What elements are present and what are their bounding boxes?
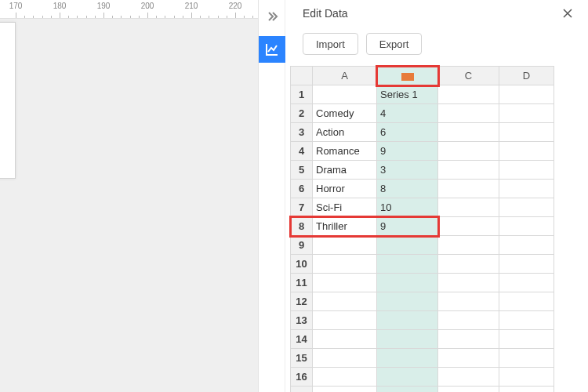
cell-A-11[interactable] — [313, 274, 377, 292]
table-row[interactable]: 15 — [291, 349, 554, 368]
row-header[interactable]: 5 — [291, 161, 313, 180]
export-button[interactable]: Export — [366, 33, 423, 55]
table-row[interactable]: 8Thriller9 — [291, 217, 554, 236]
cell-C-10[interactable] — [438, 255, 499, 274]
row-header[interactable]: 10 — [291, 255, 313, 274]
cell-D-8[interactable] — [499, 217, 554, 236]
cell-C-2[interactable] — [438, 104, 499, 123]
cell-D-13[interactable] — [499, 311, 554, 330]
chart-icon[interactable] — [259, 36, 285, 63]
import-button[interactable]: Import — [303, 33, 358, 55]
table-row[interactable]: 16 — [291, 368, 554, 387]
cell-D-6[interactable] — [499, 180, 554, 198]
row-header[interactable]: 15 — [291, 349, 313, 368]
cell-D-14[interactable] — [499, 330, 554, 349]
close-icon[interactable] — [558, 4, 577, 23]
table-row[interactable]: 3Action6 — [291, 123, 554, 142]
cell-C-8[interactable] — [438, 217, 499, 236]
table-row[interactable]: 5Drama3 — [291, 161, 554, 180]
row-header[interactable]: 8 — [291, 217, 313, 236]
cell-D-15[interactable] — [499, 349, 554, 368]
cell-D-7[interactable] — [499, 198, 554, 217]
cell-C-9[interactable] — [438, 236, 499, 255]
cell-D-4[interactable] — [499, 142, 554, 161]
cell-B-3[interactable]: 6 — [377, 123, 438, 142]
cell-A-3[interactable]: Action — [313, 123, 377, 142]
cell-D-11[interactable] — [499, 274, 554, 292]
row-header[interactable]: 2 — [291, 104, 313, 123]
cell-C-12[interactable] — [438, 292, 499, 311]
table-row[interactable]: 11 — [291, 274, 554, 292]
cell-B-13[interactable] — [377, 311, 438, 330]
row-header[interactable]: 7 — [291, 198, 313, 217]
row-header[interactable]: 9 — [291, 236, 313, 255]
column-header-D[interactable]: D — [499, 67, 554, 85]
cell-C-13[interactable] — [438, 311, 499, 330]
row-header[interactable]: 3 — [291, 123, 313, 142]
cell-C-17[interactable] — [438, 387, 499, 393]
cell-B-7[interactable]: 10 — [377, 198, 438, 217]
cell-C-3[interactable] — [438, 123, 499, 142]
row-header[interactable]: 1 — [291, 85, 313, 104]
row-header[interactable]: 6 — [291, 180, 313, 198]
table-row[interactable]: 13 — [291, 311, 554, 330]
cell-B-1[interactable]: Series 1 — [377, 85, 438, 104]
cell-B-5[interactable]: 3 — [377, 161, 438, 180]
cell-A-6[interactable]: Horror — [313, 180, 377, 198]
table-row[interactable]: 7Sci-Fi10 — [291, 198, 554, 217]
grid-corner[interactable] — [291, 67, 313, 85]
cell-D-3[interactable] — [499, 123, 554, 142]
cell-C-1[interactable] — [438, 85, 499, 104]
cell-D-17[interactable] — [499, 387, 554, 393]
cell-B-12[interactable] — [377, 292, 438, 311]
column-header-C[interactable]: C — [438, 67, 499, 85]
row-header[interactable]: 17 — [291, 387, 313, 393]
row-header[interactable]: 4 — [291, 142, 313, 161]
cell-A-12[interactable] — [313, 292, 377, 311]
cell-B-4[interactable]: 9 — [377, 142, 438, 161]
table-row[interactable]: 10 — [291, 255, 554, 274]
cell-C-6[interactable] — [438, 180, 499, 198]
data-grid[interactable]: ACD 1Series 12Comedy43Action64Romance95D… — [290, 66, 554, 392]
cell-B-17[interactable] — [377, 387, 438, 393]
cell-B-2[interactable]: 4 — [377, 104, 438, 123]
cell-B-8[interactable]: 9 — [377, 217, 438, 236]
table-row[interactable]: 6Horror8 — [291, 180, 554, 198]
table-row[interactable]: 4Romance9 — [291, 142, 554, 161]
table-row[interactable]: 9 — [291, 236, 554, 255]
row-header[interactable]: 16 — [291, 368, 313, 387]
row-header[interactable]: 11 — [291, 274, 313, 292]
cell-C-15[interactable] — [438, 349, 499, 368]
cell-D-2[interactable] — [499, 104, 554, 123]
row-header[interactable]: 14 — [291, 330, 313, 349]
cell-B-6[interactable]: 8 — [377, 180, 438, 198]
cell-A-9[interactable] — [313, 236, 377, 255]
cell-B-10[interactable] — [377, 255, 438, 274]
cell-C-16[interactable] — [438, 368, 499, 387]
table-row[interactable]: 12 — [291, 292, 554, 311]
cell-B-16[interactable] — [377, 368, 438, 387]
cell-A-8[interactable]: Thriller — [313, 217, 377, 236]
cell-A-1[interactable] — [313, 85, 377, 104]
cell-D-5[interactable] — [499, 161, 554, 180]
cell-B-11[interactable] — [377, 274, 438, 292]
cell-A-17[interactable] — [313, 387, 377, 393]
cell-A-7[interactable]: Sci-Fi — [313, 198, 377, 217]
table-row[interactable]: 17 — [291, 387, 554, 393]
row-header[interactable]: 12 — [291, 292, 313, 311]
cell-A-15[interactable] — [313, 349, 377, 368]
cell-C-5[interactable] — [438, 161, 499, 180]
expand-icon[interactable] — [262, 6, 282, 27]
canvas-area[interactable]: 170180190200210220 — [0, 0, 259, 392]
cell-B-14[interactable] — [377, 330, 438, 349]
column-header-B[interactable] — [377, 67, 438, 85]
cell-A-16[interactable] — [313, 368, 377, 387]
cell-A-4[interactable]: Romance — [313, 142, 377, 161]
cell-D-16[interactable] — [499, 368, 554, 387]
column-header-A[interactable]: A — [313, 67, 377, 85]
series-color-swatch[interactable] — [401, 73, 414, 81]
table-row[interactable]: 1Series 1 — [291, 85, 554, 104]
cell-C-11[interactable] — [438, 274, 499, 292]
cell-D-10[interactable] — [499, 255, 554, 274]
cell-B-9[interactable] — [377, 236, 438, 255]
